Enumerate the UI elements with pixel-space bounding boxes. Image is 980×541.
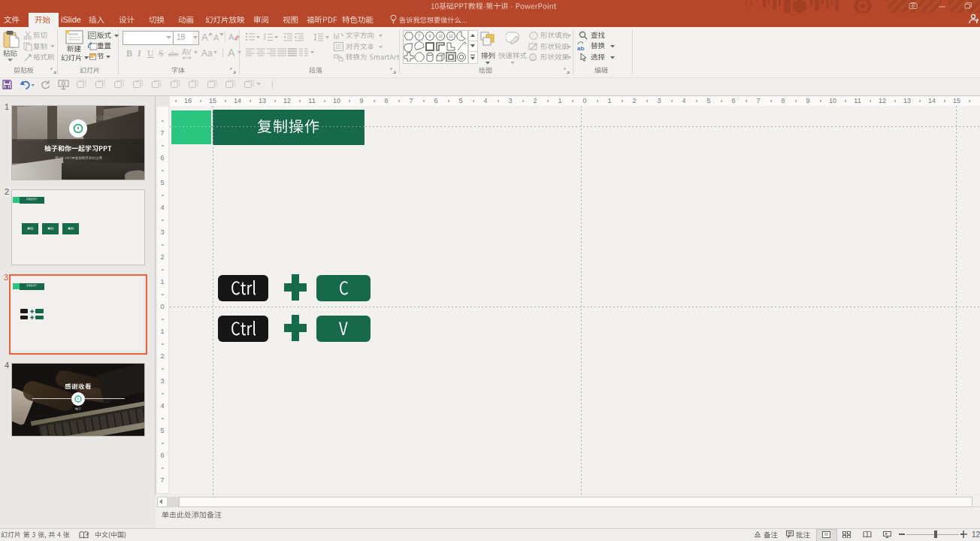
- svg-text:12: 12: [449, 35, 453, 38]
- svg-text:9: 9: [429, 34, 431, 38]
- svg-text:7: 7: [419, 34, 421, 38]
- svg-text:A: A: [228, 32, 234, 41]
- svg-text:10: 10: [438, 35, 443, 38]
- svg-text:ab: ab: [577, 45, 584, 51]
